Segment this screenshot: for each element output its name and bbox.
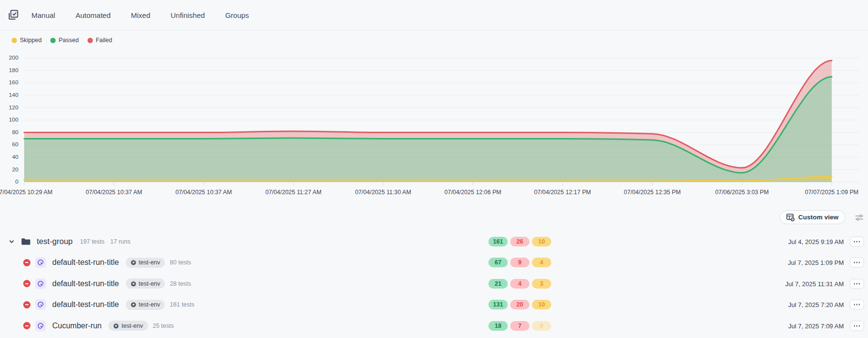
table-settings-icon: [786, 213, 794, 221]
row-menu-button[interactable]: [850, 278, 864, 289]
environment-badge: test-env: [126, 258, 165, 268]
result-badges: 21 4 3: [488, 279, 551, 289]
test-run-row[interactable]: default-test-run-title test-env 28 tests…: [0, 273, 868, 294]
group-row[interactable]: test-group 197 tests 17 runs 161 26 10 J…: [0, 231, 868, 252]
svg-text:180: 180: [9, 67, 18, 74]
svg-text:200: 200: [9, 54, 18, 61]
skipped-count-badge: 3: [532, 279, 551, 289]
svg-text:07/04/2025 12:06 PM: 07/04/2025 12:06 PM: [444, 189, 501, 196]
passed-color-dot: [50, 38, 56, 43]
row-menu-button[interactable]: [850, 236, 864, 246]
run-status-stopped-icon: [23, 301, 30, 308]
svg-text:07/04/2025 11:27 AM: 07/04/2025 11:27 AM: [265, 189, 322, 196]
row-menu-button[interactable]: [850, 300, 864, 310]
failed-count-badge: 7: [510, 321, 530, 331]
environment-badge: test-env: [108, 321, 147, 331]
svg-text:07/07/2025 1:09 PM: 07/07/2025 1:09 PM: [805, 189, 859, 196]
filter-sliders-icon[interactable]: [854, 213, 864, 222]
gear-icon: [131, 260, 136, 265]
svg-text:20: 20: [12, 166, 19, 173]
failed-count-badge: 4: [510, 279, 530, 289]
chevron-down-icon[interactable]: [8, 238, 15, 246]
test-run-row[interactable]: default-test-run-title test-env 161 test…: [0, 294, 868, 316]
run-status-stopped-icon: [23, 280, 30, 287]
tab-automated[interactable]: Automated: [75, 11, 111, 19]
skipped-count-badge: 0: [532, 321, 551, 331]
legend-item-failed: Failed: [88, 37, 112, 44]
gear-icon: [131, 302, 136, 307]
skipped-count-badge: 4: [532, 258, 551, 267]
passed-count-badge: 21: [488, 279, 508, 289]
passed-count-badge: 18: [488, 321, 508, 331]
runs-list: test-group 197 tests 17 runs 161 26 10 J…: [0, 231, 868, 337]
group-runs-count: 17 runs: [110, 238, 131, 245]
failed-count-badge: 9: [510, 258, 530, 267]
run-tests-count: 25 tests: [153, 323, 174, 329]
tab-mixed[interactable]: Mixed: [131, 11, 150, 19]
failed-color-dot: [88, 38, 93, 43]
tab-manual[interactable]: Manual: [31, 11, 55, 19]
gear-icon: [131, 281, 136, 287]
svg-text:07/04/2025 10:37 AM: 07/04/2025 10:37 AM: [86, 189, 142, 196]
custom-view-button[interactable]: Custom view: [780, 210, 845, 224]
svg-text:07/04/2025 12:35 PM: 07/04/2025 12:35 PM: [624, 189, 681, 196]
legend-item-skipped: Skipped: [12, 37, 42, 44]
row-menu-button[interactable]: [850, 321, 864, 331]
failed-count-badge: 20: [510, 300, 530, 309]
tab-bar: Manual Automated Mixed Unfinished Groups: [0, 0, 868, 31]
test-runs-checklist-icon: [7, 8, 20, 22]
run-date: Jul 7, 2025 7:09 AM: [788, 322, 844, 329]
run-date: Jul 7, 2025 1:09 PM: [788, 259, 844, 266]
environment-name: test-env: [121, 323, 143, 329]
svg-text:07/04/2025 10:37 AM: 07/04/2025 10:37 AM: [176, 189, 232, 196]
group-meta: 197 tests 17 runs: [80, 238, 130, 245]
test-run-row[interactable]: default-test-run-title test-env 80 tests…: [0, 252, 868, 274]
svg-text:07/04/2025 12:17 PM: 07/04/2025 12:17 PM: [534, 189, 591, 196]
automated-run-icon: [35, 299, 46, 310]
legend-item-passed: Passed: [50, 37, 79, 44]
passed-count-badge: 67: [488, 258, 508, 267]
group-date: Jul 4, 2025 9:19 AM: [788, 238, 844, 245]
svg-text:120: 120: [9, 104, 18, 111]
passed-count-badge: 161: [488, 237, 508, 246]
svg-text:0: 0: [15, 178, 18, 185]
skipped-count-badge: 10: [532, 300, 551, 309]
run-rows-container: default-test-run-title test-env 80 tests…: [0, 252, 868, 337]
svg-text:80: 80: [12, 129, 19, 136]
environment-name: test-env: [139, 280, 160, 287]
test-run-row[interactable]: Cucumber-run test-env 25 tests 18 7 0 Ju…: [0, 315, 868, 337]
svg-text:160: 160: [9, 79, 18, 86]
tab-unfinished[interactable]: Unfinished: [171, 11, 205, 19]
svg-text:60: 60: [12, 141, 19, 148]
results-area-chart: 02040608010012014016018020007/04/2025 10…: [0, 46, 868, 206]
group-name[interactable]: test-group: [37, 237, 73, 246]
result-badges: 161 26 10: [488, 237, 551, 246]
run-title[interactable]: Cucumber-run: [52, 322, 102, 330]
run-title[interactable]: default-test-run-title: [52, 258, 119, 267]
automated-run-icon: [35, 321, 46, 331]
legend-label: Skipped: [20, 37, 42, 44]
run-tests-count: 80 tests: [170, 259, 191, 266]
svg-text:100: 100: [9, 116, 18, 123]
legend-label: Failed: [96, 37, 112, 44]
automated-run-icon: [35, 257, 46, 268]
svg-text:40: 40: [12, 154, 19, 160]
row-menu-button[interactable]: [850, 258, 864, 268]
tabs: Manual Automated Mixed Unfinished Groups: [31, 11, 249, 19]
failed-count-badge: 26: [510, 237, 530, 246]
run-title[interactable]: default-test-run-title: [52, 279, 119, 288]
test-runs-page: Manual Automated Mixed Unfinished Groups…: [0, 0, 868, 338]
result-badges: 18 7 0: [488, 321, 551, 331]
svg-text:140: 140: [9, 92, 18, 98]
tab-groups[interactable]: Groups: [225, 11, 249, 19]
chart-legend: Skipped Passed Failed: [12, 37, 112, 44]
environment-name: test-env: [139, 259, 160, 266]
svg-text:07/04/2025 11:30 AM: 07/04/2025 11:30 AM: [355, 189, 411, 196]
run-date: Jul 7, 2025 7:20 AM: [788, 301, 844, 308]
gear-icon: [113, 323, 119, 329]
group-tests-count: 197 tests: [80, 238, 104, 245]
run-status-stopped-icon: [23, 322, 30, 329]
run-title[interactable]: default-test-run-title: [52, 300, 119, 309]
skipped-count-badge: 10: [532, 237, 551, 246]
run-tests-count: 161 tests: [170, 301, 194, 308]
